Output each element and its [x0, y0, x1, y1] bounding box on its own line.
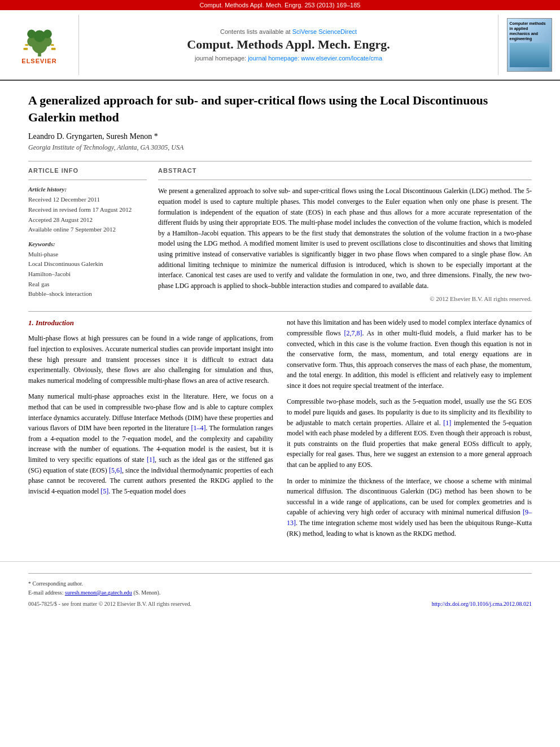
keywords-label: Keywords:: [28, 241, 147, 247]
doi-link[interactable]: http://dx.doi.org/10.1016/j.cma.2012.08.…: [432, 601, 532, 607]
elsevier-wordmark: ELSEVIER: [21, 58, 56, 64]
footer-area: * Corresponding author. E-mail address: …: [0, 561, 560, 613]
elsevier-logo-box: ELSEVIER: [0, 15, 79, 75]
ref-1-4[interactable]: [1–4]: [191, 424, 205, 432]
history-received: Received 12 December 2011: [28, 195, 147, 205]
abstract-text: We present a generalized approach to sol…: [158, 186, 532, 291]
svg-rect-7: [23, 48, 28, 50]
article-title: A generalized approach for sub- and supe…: [28, 92, 532, 125]
divider-info: [28, 180, 147, 180]
divider-2: [28, 311, 532, 312]
abstract-section-label: ABSTRACT: [158, 167, 532, 174]
footer-bottom: 0045-7825/$ - see front matter © 2012 El…: [28, 601, 532, 607]
email-link[interactable]: suresh.menon@ae.gatech.edu: [65, 589, 132, 596]
ref-9-13[interactable]: [9–13]: [287, 508, 532, 527]
footer-divider: [28, 573, 532, 574]
contents-availability-line: Contents lists available at SciVerse Sci…: [220, 28, 357, 35]
ref-5-6[interactable]: [5,6]: [109, 466, 122, 474]
authors: Leandro D. Gryngarten, Suresh Menon *: [28, 132, 532, 141]
footnote-email: E-mail address: suresh.menon@ae.gatech.e…: [28, 588, 532, 597]
journal-title-header: Comput. Methods Appl. Mech. Engrg.: [187, 37, 390, 52]
journal-cover-box: Computer methods in applied mechanics an…: [498, 15, 560, 75]
article-history-label: Article history:: [28, 186, 147, 193]
ref-1[interactable]: [1]: [147, 456, 155, 464]
abstract-col: ABSTRACT We present a generalized approa…: [158, 167, 532, 302]
intro-heading: 1. Introduction: [28, 317, 273, 329]
ref-allaire[interactable]: [1]: [443, 419, 451, 427]
journal-homepage: journal homepage: journal homepage: www.…: [195, 55, 382, 62]
header-center: Contents lists available at SciVerse Sci…: [79, 15, 498, 75]
ref-5[interactable]: [5]: [100, 487, 108, 495]
elsevier-tree-icon: [20, 25, 59, 56]
history-accepted: Accepted 28 August 2012: [28, 215, 147, 225]
copyright-line: © 2012 Elsevier B.V. All rights reserved…: [158, 295, 532, 302]
ref-2-7-8[interactable]: [2,7,8]: [344, 329, 362, 337]
svg-rect-10: [50, 44, 54, 46]
homepage-link[interactable]: journal homepage: www.elsevier.com/locat…: [248, 55, 382, 62]
svg-point-6: [43, 30, 51, 38]
article-info-section-label: ARTICLE INFO: [28, 167, 147, 174]
issn-line: 0045-7825/$ - see front matter © 2012 El…: [28, 601, 191, 607]
body-col-left: 1. Introduction Multi-phase flows at hig…: [28, 317, 273, 544]
doi-line: http://dx.doi.org/10.1016/j.cma.2012.08.…: [432, 601, 532, 607]
homepage-label-text: journal homepage:: [195, 55, 248, 62]
keyword-1: Multi-phase: [28, 250, 147, 260]
keyword-2: Local Discontinuous Galerkin: [28, 259, 147, 269]
body-columns: 1. Introduction Multi-phase flows at hig…: [28, 317, 532, 544]
cover-graphic: [510, 43, 549, 67]
svg-rect-8: [51, 48, 55, 50]
journal-bar-text: Comput. Methods Appl. Mech. Engrg. 253 (…: [200, 2, 361, 8]
email-person: (S. Menon).: [133, 589, 160, 596]
history-revised: Received in revised form 17 August 2012: [28, 205, 147, 215]
info-abstract-row: ARTICLE INFO Article history: Received 1…: [28, 167, 532, 302]
col2-para-3: In order to minimize the thickness of th…: [287, 476, 532, 539]
keyword-5: Bubble–shock interaction: [28, 289, 147, 299]
journal-bar: Comput. Methods Appl. Mech. Engrg. 253 (…: [0, 0, 560, 10]
intro-para-2: Many numerical multi-phase approaches ex…: [28, 391, 273, 496]
email-label-text: E-mail address:: [28, 589, 63, 596]
affiliation: Georgia Institute of Technology, Atlanta…: [28, 143, 532, 152]
corresponding-label: * Corresponding author.: [28, 580, 83, 587]
footnote-corresponding: * Corresponding author.: [28, 579, 532, 588]
cover-title: Computer methods in applied mechanics an…: [510, 21, 549, 41]
body-col-right: not have this limitation and has been wi…: [287, 317, 532, 544]
keyword-4: Real gas: [28, 279, 147, 290]
divider-abstract: [158, 180, 532, 180]
sciversedirect-link[interactable]: SciVerse ScienceDirect: [292, 28, 357, 35]
history-available: Available online 7 September 2012: [28, 225, 147, 235]
intro-para-1: Multi-phase flows at high pressures can …: [28, 333, 273, 386]
keyword-3: Hamilton–Jacobi: [28, 269, 147, 279]
header-area: ELSEVIER Contents lists available at Sci…: [0, 10, 560, 81]
journal-cover-image: Computer methods in applied mechanics an…: [507, 18, 552, 72]
article-info-col: ARTICLE INFO Article history: Received 1…: [28, 167, 147, 302]
svg-rect-9: [25, 44, 28, 46]
col2-para-1: not have this limitation and has been wi…: [287, 317, 532, 391]
article-content: A generalized approach for sub- and supe…: [0, 81, 560, 556]
divider-1: [28, 161, 532, 161]
svg-point-4: [33, 30, 45, 42]
col2-para-2: Compressible two-phase models, such as t…: [287, 396, 532, 470]
svg-point-5: [27, 30, 36, 38]
